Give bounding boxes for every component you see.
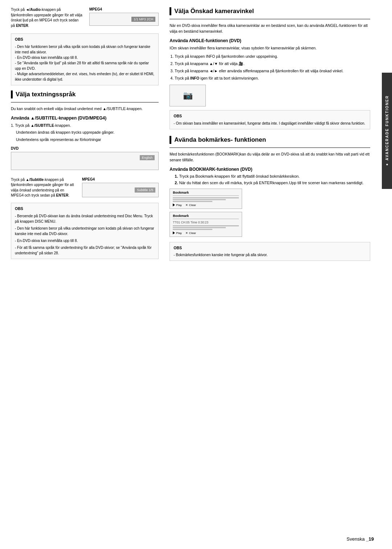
left-column: Tryck på ◄/Audio-knappen på fjärrkontrol… bbox=[11, 7, 166, 542]
play-triangle-icon-2 bbox=[173, 231, 175, 234]
top-text-period: . bbox=[28, 24, 29, 28]
dvd-note-mpeg4-section: Tryck på ▲/Subtitle-knappen på fjärrkont… bbox=[11, 177, 159, 198]
obs-box-3: OBS - Om skivan bara innehåller en kamer… bbox=[170, 110, 370, 129]
camera-info-bold: INFO bbox=[190, 76, 199, 80]
dvd-note-part1: Tryck på ▲ bbox=[11, 178, 29, 182]
obs2-item2: - Den här funktionen beror på vilka unde… bbox=[15, 226, 155, 237]
step1-end: -knappen. bbox=[54, 123, 71, 128]
top-mpeg4-section: Tryck på ◄/Audio-knappen på fjärrkontrol… bbox=[11, 7, 159, 28]
divider3 bbox=[170, 148, 370, 148]
clear-icon-2: ✕ bbox=[185, 231, 188, 235]
dvd-label: DVD bbox=[11, 146, 159, 150]
bookmark2-line1 bbox=[173, 225, 239, 226]
bookmark2-play[interactable]: Play bbox=[173, 231, 182, 235]
mpeg4-screen: 1/1 MP3 2CH bbox=[89, 13, 159, 26]
obs4-title: OBS bbox=[173, 245, 366, 251]
main-content: Tryck på ◄/Audio-knappen på fjärrkontrol… bbox=[0, 0, 381, 549]
bookmark1-line2 bbox=[173, 199, 226, 200]
right-column: Välja Önskad kameravinkel När en DVD-ski… bbox=[166, 7, 370, 542]
footer-lang: Svenska bbox=[347, 536, 365, 542]
obs1-item2: - En-DVD-skiva kan innehålla upp till 8. bbox=[15, 55, 155, 60]
camera-steps-list: Tryck på knappen INFO på fjarrkontrollen… bbox=[170, 54, 370, 81]
camera-step-2: Tryck på knapparna ▲/▼ för att välja 🎥. bbox=[175, 61, 370, 67]
camera-icon: 📷 bbox=[183, 91, 193, 100]
bookmark1-lines bbox=[173, 197, 239, 202]
step1-bold: ▲/SUBTITLE bbox=[30, 123, 54, 128]
play-triangle-icon bbox=[173, 203, 175, 206]
top-text-bold: ◄/Audio bbox=[26, 8, 41, 12]
camera-step-1: Tryck på knappen INFO på fjarrkontrollen… bbox=[175, 54, 370, 60]
bookmark-box-1: Bookmark Play ✕ bbox=[170, 189, 242, 209]
bookmark-section: Avända bokmärkes- funktionen Med bokmärk… bbox=[170, 136, 370, 261]
bookmark1-line1 bbox=[173, 197, 239, 198]
obs1-title: OBS bbox=[15, 37, 155, 43]
camera-section: Välja Önskad kameravinkel När en DVD-ski… bbox=[170, 7, 370, 129]
bookmark2-play-label: Play bbox=[176, 231, 182, 235]
subtitle-step1: 1. Tryck på ▲/SUBTITLE-knappen. bbox=[11, 123, 159, 129]
top-text-enter: ENTER bbox=[16, 24, 28, 28]
obs2-item4: - För att få samma språk för undertextni… bbox=[15, 245, 155, 256]
obs2-item3: - En-DVD-skiva kan innehålla upp till 8. bbox=[15, 238, 155, 243]
mpeg4-label: MPEG4 bbox=[89, 7, 159, 11]
dvd-note-period: . bbox=[68, 193, 69, 197]
bookmark-step-1: 1. Tryck pa Bookmark-knappen för att fly… bbox=[175, 174, 370, 178]
bookmark2-clear[interactable]: ✕ Clear bbox=[185, 231, 196, 235]
bookmark-sub-heading: Använda BOOKMARK-funktionen (DVD) bbox=[170, 167, 370, 172]
divider2 bbox=[170, 19, 370, 19]
camera-heading: Välja Önskad kameravinkel bbox=[170, 7, 370, 15]
camera-sub-body: IOm skivan innehåller flera kameravinkla… bbox=[170, 45, 370, 51]
subtitle-body: Du kan snabbt och enkelt välja önskad un… bbox=[11, 106, 159, 112]
bookmark2-actions: Play ✕ Clear bbox=[173, 231, 239, 235]
bookmark-boxes: Bookmark Play ✕ bbox=[170, 189, 370, 237]
top-left-text: Tryck på ◄/Audio-knappen på fjärrkontrol… bbox=[11, 7, 83, 28]
camera-body: När en DVD-skiva innehåller flera olika … bbox=[170, 23, 370, 35]
obs2-title: OBS bbox=[15, 206, 155, 212]
camera-icon-box: 📷 bbox=[170, 85, 206, 106]
bookmark2-line3 bbox=[173, 229, 212, 230]
bookmark2-info: TT01 CH:05 Time 0:30:23 bbox=[173, 221, 239, 224]
top-text-part1: Tryck på bbox=[11, 8, 26, 12]
bookmark1-play-label: Play bbox=[176, 203, 182, 207]
clear-icon: ✕ bbox=[185, 203, 188, 207]
bookmark-step-2: 2. När du hittat den scen du vill märka,… bbox=[175, 181, 370, 185]
bookmark1-clear-label: Clear bbox=[189, 203, 196, 207]
obs-box-2: OBS - Beroende på DVD-skivan kan du ändr… bbox=[11, 203, 159, 259]
page-container: ● Avancerade funktioner Tryck på ◄/Audio… bbox=[0, 0, 392, 549]
step1-num: 1. Tryck på bbox=[11, 123, 30, 128]
bookmark2-line2 bbox=[173, 227, 226, 228]
obs4-item1: - Bokmärkesfunktionen kanske inte funger… bbox=[173, 252, 366, 258]
dvd-boxes: DVD English bbox=[11, 146, 159, 174]
bookmark1-play[interactable]: Play bbox=[173, 203, 182, 207]
obs2-item1: - Beroende på DVD-skivan kan du ändra ön… bbox=[15, 213, 155, 224]
bookmark2-lines bbox=[173, 225, 239, 230]
dvd-english-tag: English bbox=[140, 155, 155, 160]
footer-num: _19 bbox=[366, 536, 374, 542]
obs1-item1: - Den här funktionen beror på vilka språ… bbox=[15, 44, 155, 55]
camera-step-4: Tryck på INFO igen för att ta bort skärm… bbox=[175, 76, 370, 81]
bookmark-box-2: Bookmark TT01 CH:05 Time 0:30:23 Play bbox=[170, 212, 242, 237]
dvd-left-note: Tryck på ▲/Subtitle-knappen på fjärrkont… bbox=[11, 177, 76, 198]
bookmark-body: Med bokmärkesfunktionen (BOOKMARK)kan du… bbox=[170, 152, 370, 163]
bookmark-heading: Avända bokmärkes- funktionen bbox=[170, 136, 370, 144]
dvd-note-bold: /Subtitle bbox=[29, 178, 44, 182]
obs-box-4: OBS - Bokmärkesfunktionen kanske inte fu… bbox=[170, 242, 370, 261]
dvd-section: DVD English bbox=[11, 146, 159, 174]
mpeg4-box: MPEG4 1/1 MP3 2CH bbox=[89, 7, 159, 28]
mpeg4-subtitle-screen: Subtitle 1/5 bbox=[82, 183, 159, 197]
bookmark1-title: Bookmark bbox=[173, 191, 239, 196]
subtitle-step1-note1: Undertexten ändras då knappen trycks upp… bbox=[11, 130, 159, 136]
obs-box-1: OBS - Den här funktionen beror på vilka … bbox=[11, 33, 159, 85]
bookmark-steps: 1. Tryck pa Bookmark-knappen för att fly… bbox=[170, 174, 370, 185]
subtitle-sub-heading: Använda ▲/SUBTITEL-knappen (DVD/MPEG4) bbox=[11, 116, 159, 121]
bookmark2-title: Bookmark bbox=[173, 214, 239, 219]
section-subtitle-heading: Välja textningsspråk bbox=[11, 90, 159, 98]
subtitle-step1-note2: Undertextens språk representeras av förk… bbox=[11, 137, 159, 143]
bookmark1-clear[interactable]: ✕ Clear bbox=[185, 203, 196, 207]
page-footer: Svenska _19 bbox=[347, 536, 374, 542]
obs1-item4: - Mulige advarselsmeddelelser, der evt. … bbox=[15, 71, 155, 82]
side-tab-text: ● Avancerade funktioner bbox=[385, 95, 389, 167]
bookmark1-actions: Play ✕ Clear bbox=[173, 203, 239, 207]
side-tab: ● Avancerade funktioner bbox=[382, 73, 392, 189]
camera-sub-heading: Använda ANGLE-funktionen (DVD) bbox=[170, 38, 370, 43]
mpeg4-screen-text: 1/1 MP3 2CH bbox=[131, 17, 155, 22]
